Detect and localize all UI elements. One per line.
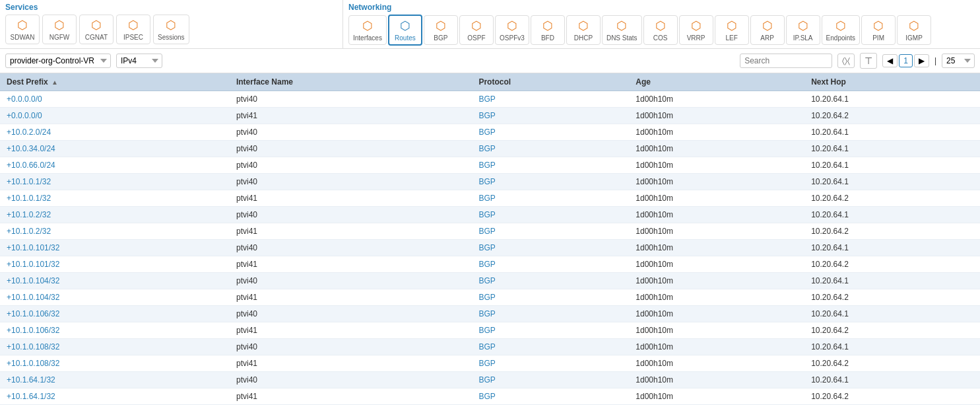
protocol-cell[interactable]: BGP: [472, 190, 629, 207]
table-row[interactable]: +10.1.0.101/32 ptvi41 BGP 1d00h10m 10.20…: [0, 256, 980, 273]
col-protocol[interactable]: Protocol: [472, 73, 629, 91]
dest-prefix-cell[interactable]: +10.1.0.108/32: [0, 339, 230, 355]
services-btn-ipsec[interactable]: ⬡IPSEC: [116, 15, 150, 44]
table-row[interactable]: +0.0.0.0/0 ptvi41 BGP 1d00h10m 10.20.64.…: [0, 108, 980, 124]
dest-prefix-cell[interactable]: +10.1.0.106/32: [0, 322, 230, 339]
dest-prefix-cell[interactable]: +10.1.64.1/32: [0, 372, 230, 388]
dest-prefix-cell[interactable]: +10.1.0.2/32: [0, 207, 230, 223]
protocol-cell[interactable]: BGP: [472, 91, 629, 108]
networking-btn-pim[interactable]: ⬡PIM: [861, 15, 896, 45]
protocol-cell[interactable]: BGP: [472, 240, 629, 256]
dest-prefix-cell[interactable]: +10.1.0.106/32: [0, 306, 230, 322]
table-row[interactable]: +10.1.0.2/32 ptvi40 BGP 1d00h10m 10.20.6…: [0, 207, 980, 223]
table-row[interactable]: +0.0.0.0/0 ptvi40 BGP 1d00h10m 10.20.64.…: [0, 91, 980, 108]
per-page-dropdown[interactable]: 25 50 100: [942, 54, 975, 68]
protocol-cell[interactable]: BGP: [472, 124, 629, 141]
dest-prefix-cell[interactable]: +10.1.0.1/32: [0, 190, 230, 207]
networking-btn-ip-sla[interactable]: ⬡IP.SLA: [786, 15, 820, 45]
dest-prefix-cell[interactable]: +10.1.0.108/32: [0, 355, 230, 372]
services-btn-ngfw[interactable]: ⬡NGFW: [42, 15, 77, 44]
dest-prefix-cell[interactable]: +0.0.0.0/0: [0, 108, 230, 124]
table-row[interactable]: +10.1.0.106/32 ptvi40 BGP 1d00h10m 10.20…: [0, 306, 980, 322]
col-dest-prefix[interactable]: Dest Prefix ▲: [0, 73, 230, 91]
col-interface-name[interactable]: Interface Name: [230, 73, 472, 91]
dest-prefix-cell[interactable]: +10.0.34.0/24: [0, 141, 230, 157]
networking-btn-dns-stats[interactable]: ⬡DNS Stats: [602, 15, 642, 45]
networking-btn-igmp[interactable]: ⬡IGMP: [897, 15, 931, 45]
prev-page-button[interactable]: ◀: [882, 54, 898, 67]
protocol-cell[interactable]: BGP: [472, 273, 629, 289]
table-row[interactable]: +10.1.64.1/32 ptvi40 BGP 1d00h10m 10.20.…: [0, 372, 980, 388]
networking-btn-ospfv3[interactable]: ⬡OSPFv3: [495, 15, 529, 45]
protocol-cell[interactable]: BGP: [472, 388, 629, 405]
age-cell: 1d00h10m: [629, 240, 804, 256]
networking-btn-arp[interactable]: ⬡ARP: [750, 15, 785, 45]
endpoints-icon: ⬡: [835, 18, 846, 33]
protocol-cell[interactable]: BGP: [472, 207, 629, 223]
networking-btn-lef[interactable]: ⬡LEF: [715, 15, 749, 45]
table-row[interactable]: +10.0.34.0/24 ptvi40 BGP 1d00h10m 10.20.…: [0, 141, 980, 157]
dest-prefix-cell[interactable]: +10.1.0.104/32: [0, 273, 230, 289]
protocol-cell[interactable]: BGP: [472, 355, 629, 372]
table-row[interactable]: +10.1.0.1/32 ptvi41 BGP 1d00h10m 10.20.6…: [0, 190, 980, 207]
table-row[interactable]: +10.0.2.0/24 ptvi40 BGP 1d00h10m 10.20.6…: [0, 124, 980, 141]
table-row[interactable]: +10.1.0.108/32 ptvi40 BGP 1d00h10m 10.20…: [0, 339, 980, 355]
networking-btn-interfaces[interactable]: ⬡Interfaces: [348, 15, 387, 45]
dest-prefix-cell[interactable]: +10.0.2.0/24: [0, 124, 230, 141]
col-age[interactable]: Age: [629, 73, 804, 91]
protocol-cell[interactable]: BGP: [472, 289, 629, 306]
protocol-cell[interactable]: BGP: [472, 223, 629, 240]
dest-prefix-cell[interactable]: +10.1.0.101/32: [0, 256, 230, 273]
networking-btn-dhcp[interactable]: ⬡DHCP: [566, 15, 601, 45]
table-row[interactable]: +10.0.66.0/24 ptvi40 BGP 1d00h10m 10.20.…: [0, 157, 980, 174]
dest-prefix-cell[interactable]: +10.1.0.101/32: [0, 240, 230, 256]
networking-btn-bfd[interactable]: ⬡BFD: [531, 15, 565, 45]
filter-button[interactable]: ⊤: [860, 53, 877, 69]
search-input[interactable]: [740, 54, 832, 68]
table-row[interactable]: +10.1.0.104/32 ptvi41 BGP 1d00h10m 10.20…: [0, 289, 980, 306]
age-cell: 1d00h10m: [629, 388, 804, 405]
table-row[interactable]: +10.1.0.108/32 ptvi41 BGP 1d00h10m 10.20…: [0, 355, 980, 372]
protocol-cell[interactable]: BGP: [472, 306, 629, 322]
age-cell: 1d00h10m: [629, 339, 804, 355]
table-row[interactable]: +10.1.0.104/32 ptvi40 BGP 1d00h10m 10.20…: [0, 273, 980, 289]
protocol-cell[interactable]: BGP: [472, 372, 629, 388]
table-row[interactable]: +10.1.0.1/32 ptvi40 BGP 1d00h10m 10.20.6…: [0, 174, 980, 190]
protocol-cell[interactable]: BGP: [472, 322, 629, 339]
dest-prefix-cell[interactable]: +0.0.0.0/0: [0, 91, 230, 108]
services-btn-sdwan[interactable]: ⬡SDWAN: [5, 15, 40, 44]
interface-name-cell: ptvi40: [230, 157, 472, 174]
protocol-cell[interactable]: BGP: [472, 141, 629, 157]
vr-dropdown[interactable]: provider-org-Control-VR: [5, 54, 111, 68]
networking-btn-cos[interactable]: ⬡COS: [643, 15, 678, 45]
next-page-button[interactable]: ▶: [914, 54, 929, 67]
networking-btn-vrrp[interactable]: ⬡VRRP: [679, 15, 713, 45]
dest-prefix-cell[interactable]: +10.1.0.104/32: [0, 289, 230, 306]
table-row[interactable]: +10.1.0.101/32 ptvi40 BGP 1d00h10m 10.20…: [0, 240, 980, 256]
protocol-cell[interactable]: BGP: [472, 256, 629, 273]
protocol-cell[interactable]: BGP: [472, 157, 629, 174]
dest-prefix-cell[interactable]: +10.0.66.0/24: [0, 157, 230, 174]
table-row[interactable]: +10.1.64.1/32 ptvi41 BGP 1d00h10m 10.20.…: [0, 388, 980, 405]
columns-button[interactable]: 〈〉〈: [837, 54, 855, 68]
protocol-cell[interactable]: BGP: [472, 174, 629, 190]
ospfv3-icon: ⬡: [507, 18, 517, 33]
col-next-hop[interactable]: Next Hop: [804, 73, 980, 91]
dest-prefix-cell[interactable]: +10.1.64.1/32: [0, 388, 230, 405]
table-row[interactable]: +10.1.0.2/32 ptvi41 BGP 1d00h10m 10.20.6…: [0, 223, 980, 240]
dest-prefix-cell[interactable]: +10.1.0.1/32: [0, 174, 230, 190]
networking-btn-bgp[interactable]: ⬡BGP: [424, 15, 458, 45]
ip-version-dropdown[interactable]: IPv4: [116, 54, 162, 68]
networking-btn-endpoints[interactable]: ⬡Endpoints: [822, 15, 860, 45]
bfd-icon: ⬡: [542, 18, 553, 33]
interface-name-cell: ptvi41: [230, 256, 472, 273]
services-btn-sessions[interactable]: ⬡Sessions: [153, 15, 189, 44]
next-hop-cell: 10.20.64.1: [804, 124, 980, 141]
networking-btn-routes[interactable]: ⬡Routes: [388, 15, 422, 46]
services-btn-cgnat[interactable]: ⬡CGNAT: [79, 15, 114, 44]
dest-prefix-cell[interactable]: +10.1.0.2/32: [0, 223, 230, 240]
table-row[interactable]: +10.1.0.106/32 ptvi41 BGP 1d00h10m 10.20…: [0, 322, 980, 339]
protocol-cell[interactable]: BGP: [472, 108, 629, 124]
networking-btn-ospf[interactable]: ⬡OSPF: [459, 15, 494, 45]
protocol-cell[interactable]: BGP: [472, 339, 629, 355]
